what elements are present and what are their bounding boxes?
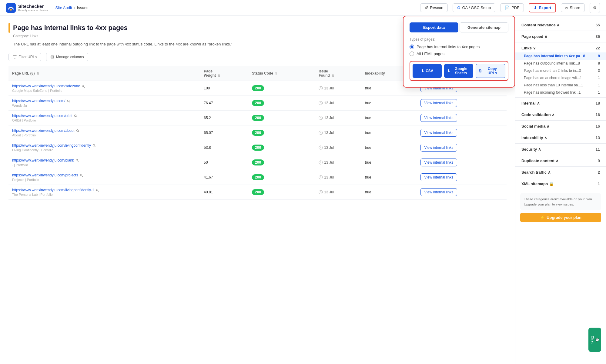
url-link[interactable]: https://www.wenxinwendyju.com/livingconf… [12, 143, 96, 148]
sidebar-category-label: Duplicate content ∧ [521, 159, 559, 163]
sidebar-item-outbound-links[interactable]: Page has outbound internal link...8 8 [515, 60, 606, 67]
sidebar-category-indexability[interactable]: Indexability ∧ 13 [515, 133, 606, 142]
sidebar-item-internal-links-4xx[interactable]: Page has internal links to 4xx pa...8 8 [515, 52, 606, 60]
col-weight: PageWeight ⇅ [200, 66, 248, 81]
breadcrumb-parent[interactable]: Site Audit [55, 5, 72, 10]
sidebar-divider-8 [515, 155, 606, 155]
calendar-icon [319, 190, 323, 194]
sidebar-category-internal[interactable]: Internal ∧ 18 [515, 99, 606, 108]
sidebar-item-label: Page has outbound internal link...8 [524, 61, 580, 65]
url-link[interactable]: https://www.wenxinwendyju.com/safezone [12, 84, 85, 88]
cell-action: View internal links [417, 95, 507, 110]
radio-all-html[interactable]: All HTML pages [410, 52, 508, 56]
status-badge: 200 [252, 85, 264, 91]
cell-weight: 40.81 [200, 185, 248, 199]
cell-weight: 100 [200, 81, 248, 95]
cell-indexable: true [361, 140, 417, 155]
export-data-tab[interactable]: Export data [410, 22, 458, 32]
url-link[interactable]: https://www.wenxinwendyju.com/about [12, 129, 79, 133]
cell-indexable: true [361, 170, 417, 185]
copy-urls-button[interactable]: ⎘ Copy URLs [476, 64, 505, 78]
pdf-icon: 📄 [505, 5, 510, 10]
csv-button[interactable]: ⬇ CSV [413, 64, 442, 78]
table-row: https://www.wenxinwendyju.com/orbit ORBi… [8, 110, 507, 125]
cell-action: View internal links [417, 170, 507, 185]
export-radio-group: Page has internal links to 4xx pages All… [410, 45, 508, 56]
sidebar-page-speed: Page speed ∧ 35 [515, 32, 606, 41]
upgrade-button[interactable]: ⚡ Upgrade your plan [520, 213, 601, 222]
chat-button[interactable]: 💬 Chat [588, 328, 601, 352]
url-link[interactable]: https://www.wenxinwendyju.com/projects [12, 173, 83, 177]
sidebar-item-less-than-10[interactable]: Page has less than 10 internal ba...1 1 [515, 82, 606, 89]
view-internal-links-button[interactable]: View internal links [420, 173, 457, 181]
ga-gsc-button[interactable]: G GA / GSC Setup [453, 3, 495, 12]
sidebar-item-anchored-image[interactable]: Page has an anchored image wit...1 1 [515, 74, 606, 82]
table-row: https://www.wenxinwendyju.com/livingconf… [8, 140, 507, 155]
view-internal-links-button[interactable]: View internal links [420, 144, 457, 152]
generate-sitemap-tab[interactable]: Generate sitemap [460, 22, 508, 32]
url-link[interactable]: https://www.wenxinwendyju.com/livingconf… [12, 188, 99, 192]
sidebar-category-code-validation[interactable]: Code validation ∧ 16 [515, 110, 606, 119]
view-internal-links-button[interactable]: View internal links [420, 159, 457, 166]
sidebar-category-content-relevance[interactable]: Content relevance ∧ 65 [515, 21, 606, 29]
sidebar-category-security[interactable]: Security ∧ 11 [515, 145, 606, 154]
url-sub: ORBit | Portfolio [12, 119, 196, 122]
radio-all-html-label: All HTML pages [417, 52, 444, 56]
logo-subtitle: Proudly made in Ukraine [18, 9, 48, 12]
csv-label: CSV [426, 69, 433, 73]
url-link[interactable]: https://www.wenxinwendyju.com/ [12, 99, 70, 103]
col-url: Page URL (8) ⇅ [8, 66, 200, 81]
view-internal-links-button[interactable]: View internal links [420, 129, 457, 137]
cell-action: View internal links [417, 140, 507, 155]
cell-indexable: true [361, 95, 417, 110]
calendar-icon [319, 116, 323, 120]
page-title-row: Page has internal links to 4xx pages [8, 23, 128, 33]
settings-button[interactable]: ⚙ [590, 3, 600, 13]
google-sheets-button[interactable]: ⬇ Google Sheets [444, 64, 473, 78]
sidebar-item-more-than-2-links[interactable]: Page has more than 2 links to in...3 3 [515, 67, 606, 74]
sidebar-category-links[interactable]: Links ∨ 22 [515, 44, 606, 52]
search-icon [92, 144, 96, 147]
sidebar-category-page-speed[interactable]: Page speed ∧ 35 [515, 32, 606, 41]
sidebar-category-duplicate-content[interactable]: Duplicate content ∧ 9 [515, 156, 606, 165]
filter-urls-button[interactable]: Filter URLs [8, 53, 41, 61]
rescan-button[interactable]: ↺ Rescan [420, 3, 448, 12]
view-internal-links-button[interactable]: View internal links [420, 188, 457, 196]
search-icon [80, 174, 83, 177]
svg-rect-6 [51, 56, 52, 58]
upgrade-label: Upgrade your plan [547, 215, 581, 220]
sidebar-category-search-traffic[interactable]: Search traffic ∧ 2 [515, 168, 606, 177]
url-link[interactable]: https://www.wenxinwendyju.com/blank [12, 158, 79, 162]
url-sub: Living Confidently | Portfolio [12, 148, 196, 152]
sidebar-divider-9 [515, 166, 606, 167]
cell-action: View internal links [417, 110, 507, 125]
url-link[interactable]: https://www.wenxinwendyju.com/orbit [12, 114, 77, 118]
radio-internal-4xx[interactable]: Page has internal links to 4xx pages [410, 45, 508, 49]
export-button[interactable]: ⬇ Export [529, 3, 556, 12]
svg-point-9 [82, 85, 84, 87]
radio-internal-4xx-input[interactable] [410, 45, 414, 49]
manage-columns-button[interactable]: Manage columns [46, 53, 88, 61]
sidebar-indexability: Indexability ∧ 13 [515, 133, 606, 142]
cell-status: 200 [248, 185, 315, 199]
pdf-button[interactable]: 📄 PDF [500, 3, 524, 12]
cell-weight: 65.2 [200, 110, 248, 125]
export-dropdown: Export data Generate sitemap Types of pa… [403, 16, 515, 88]
share-icon: ⎋ [565, 5, 568, 10]
sidebar-item-incoming-followed[interactable]: Page has incoming followed link...1 1 [515, 89, 606, 96]
share-button[interactable]: ⎋ Share [561, 3, 585, 12]
sidebar-divider-1 [515, 31, 606, 31]
sidebar-category-social-media[interactable]: Social media ∧ 16 [515, 122, 606, 131]
sidebar-item-count: 3 [598, 68, 600, 73]
upgrade-icon: ⚡ [540, 215, 545, 220]
sidebar-item-count: 8 [598, 54, 600, 58]
view-internal-links-button[interactable]: View internal links [420, 99, 457, 107]
sidebar-category-xml-sitemaps[interactable]: XML sitemaps 🔒 1 [515, 179, 606, 188]
sidebar-divider-5 [515, 120, 606, 121]
content-area: Page has internal links to 4xx pages Cat… [0, 16, 515, 364]
calendar-icon [319, 175, 323, 179]
radio-all-html-input[interactable] [410, 52, 414, 56]
view-internal-links-button[interactable]: View internal links [420, 114, 457, 122]
search-icon [74, 114, 77, 118]
page-description: The URL has at least one internal outgoi… [13, 41, 262, 47]
